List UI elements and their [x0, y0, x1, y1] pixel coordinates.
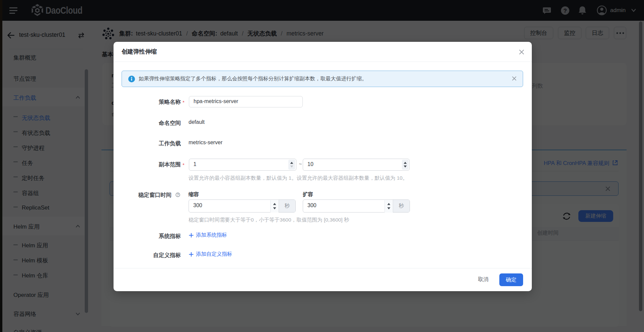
svg-text:?: ? — [177, 193, 179, 197]
